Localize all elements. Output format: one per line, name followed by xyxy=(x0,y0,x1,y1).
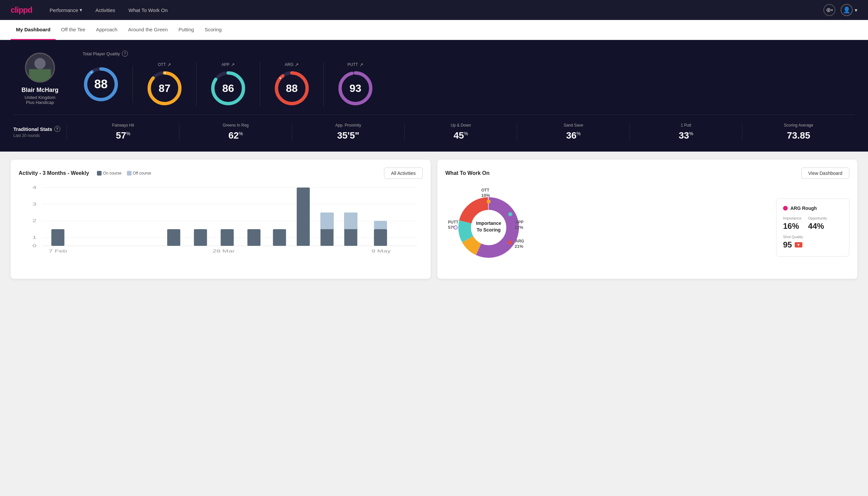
nav-what-to-work-on[interactable]: What To Work On xyxy=(127,7,169,13)
hero-section: Blair McHarg United Kingdom Plus Handica… xyxy=(0,40,868,152)
stat-scoring-value: 73.85 xyxy=(787,130,810,141)
tab-scoring[interactable]: Scoring xyxy=(199,20,227,40)
opportunity-label: Opportunity xyxy=(808,216,827,220)
bar-chart-svg: 4 3 2 1 0 xyxy=(19,184,423,258)
tab-my-dashboard[interactable]: My Dashboard xyxy=(11,20,56,40)
app-score: APP ↗ 86 xyxy=(196,62,260,107)
svg-rect-33 xyxy=(297,188,310,246)
main-score: 88 xyxy=(83,66,133,103)
activity-card-title: Activity - 3 Months - Weekly xyxy=(19,170,89,176)
nav-activities[interactable]: Activities xyxy=(94,7,116,13)
stat-sandsave-value: 36% xyxy=(566,130,581,141)
player-country: United Kingdom xyxy=(25,95,56,100)
svg-text:APP: APP xyxy=(515,220,524,224)
svg-rect-38 xyxy=(374,229,387,246)
nav-performance[interactable]: Performance ▾ xyxy=(48,7,84,13)
tab-around-the-green[interactable]: Around the Green xyxy=(123,20,173,40)
tab-off-the-tee[interactable]: Off the Tee xyxy=(56,20,91,40)
arg-rough-info-card: ARG Rough Importance 16% Opportunity 44%… xyxy=(776,199,849,257)
stat-updown-label: Up & Down xyxy=(451,123,471,128)
svg-point-1 xyxy=(34,58,46,69)
putt-score-value: 93 xyxy=(349,82,361,95)
stat-oneputt: 1 Putt 33% xyxy=(630,123,742,141)
importance-label: Importance xyxy=(783,216,801,220)
user-chevron-icon: ▾ xyxy=(855,7,857,13)
plus-icon: ⊕ xyxy=(826,6,831,14)
svg-text:12%: 12% xyxy=(515,225,523,230)
stat-fairways-label: Fairways Hit xyxy=(112,123,134,128)
svg-rect-35 xyxy=(320,213,333,229)
player-name: Blair McHarg xyxy=(21,87,58,94)
svg-text:28 Mar: 28 Mar xyxy=(212,249,235,253)
stat-oneputt-value: 33% xyxy=(679,130,693,141)
avatar xyxy=(25,52,55,83)
stat-greens-label: Greens In Reg xyxy=(222,123,249,128)
svg-point-57 xyxy=(454,226,457,229)
stat-sandsave: Sand Save 36% xyxy=(517,123,630,141)
donut-svg: Importance To Scoring PUTT 57% OTT 10% A… xyxy=(445,184,539,271)
svg-rect-30 xyxy=(221,229,234,246)
tab-putting[interactable]: Putting xyxy=(173,20,200,40)
chevron-icon: ▾ xyxy=(831,8,833,12)
importance-metric: Importance 16% xyxy=(783,216,801,231)
arg-score-value: 88 xyxy=(286,82,298,95)
stat-sandsave-label: Sand Save xyxy=(564,123,583,128)
svg-rect-28 xyxy=(167,229,180,246)
app-ring: 86 xyxy=(210,70,247,107)
main-ring: 88 xyxy=(83,66,119,103)
svg-text:1: 1 xyxy=(33,235,37,240)
stat-updown-value: 45% xyxy=(454,130,468,141)
shot-quality-row: Shot Quality 95 ▼ xyxy=(783,235,842,249)
on-course-dot xyxy=(97,171,101,175)
svg-text:3: 3 xyxy=(33,202,37,206)
ott-score-value: 87 xyxy=(159,82,171,95)
shot-quality-value: 95 xyxy=(783,240,792,249)
view-dashboard-button[interactable]: View Dashboard xyxy=(801,168,849,179)
all-activities-button[interactable]: All Activities xyxy=(384,168,423,179)
bar-chart: 4 3 2 1 0 xyxy=(19,184,423,258)
user-icon: 👤 xyxy=(841,4,853,16)
app-score-value: 86 xyxy=(222,82,234,95)
tab-approach[interactable]: Approach xyxy=(91,20,123,40)
svg-text:7 Feb: 7 Feb xyxy=(49,249,67,253)
svg-rect-32 xyxy=(273,229,286,246)
total-quality-label: Total Player Quality ? xyxy=(83,51,855,57)
chevron-down-icon: ▾ xyxy=(80,7,82,13)
stat-proximity: App. Proximity 35'5" xyxy=(292,123,404,141)
nav-wtwo-label: What To Work On xyxy=(129,7,168,13)
stat-proximity-value: 35'5" xyxy=(337,130,359,141)
arg-ring: 88 xyxy=(273,70,310,107)
opportunity-metric: Opportunity 44% xyxy=(808,216,827,231)
opportunity-value: 44% xyxy=(808,221,827,231)
tabs-bar: My Dashboard Off the Tee Approach Around… xyxy=(0,20,868,40)
importance-value: 16% xyxy=(783,221,801,231)
user-menu[interactable]: 👤 ▾ xyxy=(841,4,857,16)
app-arrow-icon: ↗ xyxy=(231,62,235,67)
svg-text:ARG: ARG xyxy=(515,239,524,244)
stat-greens-value: 62% xyxy=(228,130,243,141)
svg-point-60 xyxy=(509,241,512,244)
arg-score: ARG ↗ 88 xyxy=(260,62,324,107)
svg-text:To Scoring: To Scoring xyxy=(477,227,501,233)
traditional-stats: Traditional Stats ? Last 20 rounds Fairw… xyxy=(13,123,855,141)
add-button[interactable]: ⊕ ▾ xyxy=(823,4,835,16)
ott-arrow-icon: ↗ xyxy=(167,62,171,67)
stat-oneputt-label: 1 Putt xyxy=(681,123,691,128)
scores-row: 88 OTT ↗ 87 xyxy=(83,62,855,107)
legend-on-course: On course xyxy=(97,171,121,175)
trad-stats-label: Traditional Stats ? xyxy=(13,126,67,132)
nav-right: ⊕ ▾ 👤 ▾ xyxy=(823,4,857,16)
putt-label: PUTT ↗ xyxy=(347,62,363,67)
stat-fairways: Fairways Hit 57% xyxy=(67,123,179,141)
total-quality-help-icon[interactable]: ? xyxy=(122,51,128,57)
trad-stats-help-icon[interactable]: ? xyxy=(54,126,60,132)
ott-label: OTT ↗ xyxy=(158,62,171,67)
arg-label: ARG ↗ xyxy=(285,62,299,67)
scores-section: Total Player Quality ? 88 xyxy=(83,51,855,107)
info-metrics-row: Importance 16% Opportunity 44% xyxy=(783,216,842,231)
putt-ring: 93 xyxy=(337,70,374,107)
svg-text:PUTT: PUTT xyxy=(448,220,459,224)
svg-text:OTT: OTT xyxy=(481,188,490,192)
svg-text:9 May: 9 May xyxy=(372,249,391,253)
activity-legend: On course Off course xyxy=(97,171,151,175)
